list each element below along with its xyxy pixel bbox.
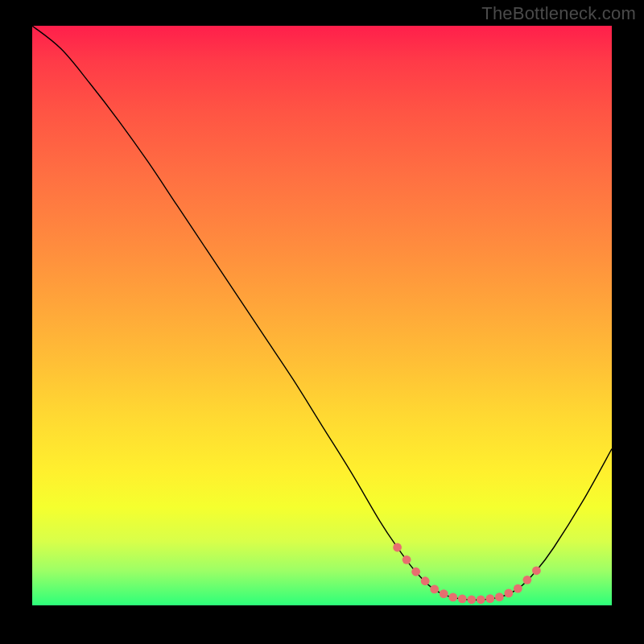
optimal-marker-dot: [477, 595, 485, 604]
plot-area: [32, 26, 612, 605]
chart-svg: [32, 26, 612, 605]
optimal-marker-dot: [514, 584, 522, 593]
optimal-marker-dot: [495, 592, 504, 601]
optimal-marker-dot: [485, 594, 494, 603]
optimal-marker-dot: [393, 543, 402, 552]
optimal-marker-dot: [467, 595, 476, 604]
optimal-marker-dot: [522, 576, 531, 584]
optimal-marker-dot: [402, 555, 411, 564]
optimal-zone-markers: [393, 543, 541, 605]
optimal-marker-dot: [448, 593, 457, 602]
chart-container: TheBottleneck.com: [0, 0, 644, 644]
bottleneck-curve: [32, 26, 612, 600]
optimal-marker-dot: [458, 594, 467, 603]
watermark-text: TheBottleneck.com: [481, 3, 636, 24]
optimal-marker-dot: [532, 566, 541, 575]
optimal-marker-dot: [430, 584, 439, 593]
optimal-marker-dot: [504, 588, 513, 597]
optimal-marker-dot: [421, 576, 430, 585]
optimal-marker-dot: [411, 568, 420, 576]
optimal-marker-dot: [440, 589, 448, 598]
